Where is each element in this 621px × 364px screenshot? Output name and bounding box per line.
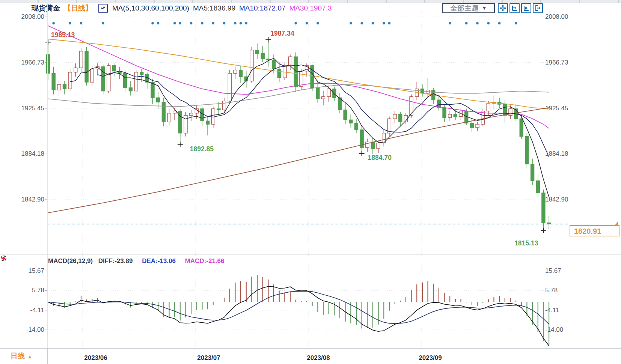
candle-body[interactable] <box>354 123 358 130</box>
candle-body[interactable] <box>85 51 88 82</box>
chart-canvas[interactable]: 1985.131987.341892.851884.701815.13 <box>0 0 621 364</box>
candle-body[interactable] <box>234 70 237 74</box>
fit-axis-icon[interactable] <box>509 3 520 13</box>
candle-body[interactable] <box>525 137 529 164</box>
candle-body[interactable] <box>250 50 253 81</box>
candle-body[interactable] <box>470 123 473 128</box>
hot-flare-icon[interactable] <box>1 256 6 261</box>
candle-body[interactable] <box>520 119 523 136</box>
event-dot[interactable] <box>157 22 159 24</box>
candle-body[interactable] <box>217 109 220 110</box>
event-dot[interactable] <box>102 22 104 24</box>
event-dot[interactable] <box>173 22 176 24</box>
candle-body[interactable] <box>101 67 105 91</box>
candle-body[interactable] <box>112 66 116 71</box>
candle-body[interactable] <box>476 124 479 128</box>
candle-body[interactable] <box>74 68 77 72</box>
exit-right-icon[interactable] <box>533 3 543 13</box>
candle-body[interactable] <box>322 96 325 99</box>
candle-body[interactable] <box>47 54 50 73</box>
event-dot[interactable] <box>234 22 236 24</box>
candle-body[interactable] <box>277 69 281 78</box>
candle-body[interactable] <box>349 120 353 123</box>
candle-body[interactable] <box>228 73 231 101</box>
candle-body[interactable] <box>63 84 66 89</box>
candle-body[interactable] <box>151 82 154 98</box>
candle-body[interactable] <box>344 110 347 120</box>
candle-body[interactable] <box>542 193 545 223</box>
event-dot[interactable] <box>240 22 242 24</box>
candle-body[interactable] <box>448 114 452 118</box>
candle-body[interactable] <box>239 70 243 77</box>
candle-body[interactable] <box>129 88 132 91</box>
candle-body[interactable] <box>377 143 380 149</box>
timeframe-selector[interactable]: 日线▲ <box>11 351 32 361</box>
candle-body[interactable] <box>223 101 226 110</box>
event-dot[interactable] <box>388 22 390 24</box>
candle-body[interactable] <box>52 73 55 90</box>
candle-body[interactable] <box>393 114 396 119</box>
event-dot[interactable] <box>201 22 203 24</box>
event-dot[interactable] <box>223 22 225 24</box>
candle-body[interactable] <box>289 57 292 66</box>
event-dot[interactable] <box>295 22 297 24</box>
chart-app: 1985.131987.341892.851884.701815.13 现货黄金… <box>0 0 621 364</box>
event-dot[interactable] <box>383 22 385 24</box>
event-dot[interactable] <box>306 22 308 24</box>
event-dot[interactable] <box>52 22 54 24</box>
candle-body[interactable] <box>294 57 297 87</box>
event-dot[interactable] <box>476 22 478 24</box>
low-marker-cross <box>541 228 546 233</box>
event-dot[interactable] <box>245 22 247 24</box>
candle-body[interactable] <box>333 89 336 98</box>
event-dot[interactable] <box>498 22 500 24</box>
candle-body[interactable] <box>134 72 138 91</box>
candle-body[interactable] <box>316 88 320 99</box>
event-dot[interactable] <box>69 22 71 24</box>
candle-body[interactable] <box>531 164 534 180</box>
candle-body[interactable] <box>68 72 72 89</box>
move-crosshair-icon[interactable] <box>498 3 508 13</box>
event-dot[interactable] <box>372 22 374 24</box>
candle-body[interactable] <box>371 142 374 149</box>
candle-body[interactable] <box>173 111 176 113</box>
candle-body[interactable] <box>90 69 94 82</box>
candle-body[interactable] <box>124 73 127 87</box>
candle-body[interactable] <box>366 142 369 147</box>
candle-body[interactable] <box>162 102 165 122</box>
all-themes-dropdown[interactable]: 全部主题 ▼ <box>442 3 495 13</box>
candle-body[interactable] <box>57 84 61 90</box>
candle-body[interactable] <box>536 181 540 193</box>
event-dot[interactable] <box>151 22 154 24</box>
candle-body[interactable] <box>443 108 446 118</box>
candle-body[interactable] <box>487 103 490 111</box>
event-dot[interactable] <box>80 22 82 24</box>
candle-body[interactable] <box>206 121 210 124</box>
candle-body[interactable] <box>140 72 143 75</box>
candle-body[interactable] <box>79 51 83 68</box>
candle-body[interactable] <box>327 89 330 97</box>
candle-body[interactable] <box>300 71 303 87</box>
event-dot[interactable] <box>190 22 192 24</box>
candle-body[interactable] <box>190 113 193 116</box>
event-dot[interactable] <box>212 22 214 24</box>
candle-body[interactable] <box>107 66 110 91</box>
candle-body[interactable] <box>399 114 402 122</box>
candle-body[interactable] <box>167 113 171 122</box>
candle-body[interactable] <box>157 98 160 102</box>
play-axis-icon[interactable] <box>521 3 531 13</box>
event-dot[interactable] <box>515 22 517 24</box>
event-dot[interactable] <box>350 22 352 24</box>
candle-body[interactable] <box>256 50 259 54</box>
macd-layer <box>48 275 549 346</box>
event-dot[interactable] <box>449 22 451 24</box>
event-dot[interactable] <box>465 22 467 24</box>
event-dot[interactable] <box>360 22 363 24</box>
event-dot[interactable] <box>487 22 490 24</box>
candle-body[interactable] <box>261 53 264 59</box>
event-dot[interactable] <box>179 22 181 24</box>
event-dot[interactable] <box>317 22 319 24</box>
candle-body[interactable] <box>200 109 204 121</box>
candle-body[interactable] <box>454 114 457 117</box>
candle-body[interactable] <box>272 60 276 69</box>
